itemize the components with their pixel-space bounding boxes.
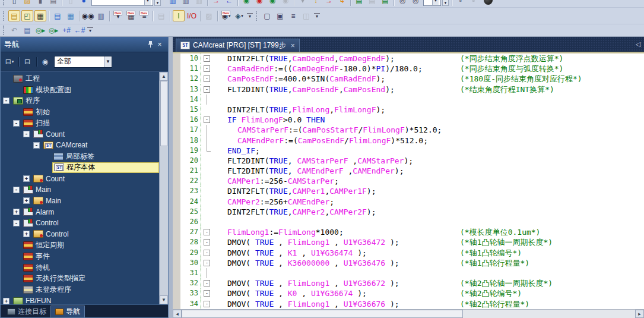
tree-filter-select[interactable]: 全部 ▼ [54, 56, 112, 68]
verify-icon[interactable]: ◉ [240, 0, 252, 6]
fold-collapse-icon[interactable]: - [201, 237, 213, 247]
fold-collapse-icon[interactable]: - [201, 84, 213, 95]
code-line-25[interactable]: 25DINT2FLT(TRUE,CAMPer2,CAMPer2F); [173, 207, 644, 217]
editor-hscroll-thumb[interactable] [182, 310, 463, 318]
fold-collapse-icon[interactable]: - [201, 288, 213, 298]
expand-icon[interactable]: + [23, 197, 30, 204]
zoom-in-icon[interactable]: ◎ [410, 0, 421, 6]
check-icon[interactable]: ▤ [379, 0, 391, 6]
code-line-22[interactable]: 22CAMPer1:=256-CAMStarPer; [173, 176, 644, 186]
device-batch-icon[interactable]: Dev≡ [138, 10, 150, 21]
collapse-icon[interactable]: - [33, 142, 40, 149]
new-file-icon[interactable]: ▯ [8, 0, 20, 6]
chevron-down-icon[interactable]: ▼ [144, 0, 151, 5]
zoom-combo[interactable]: ▼ [423, 0, 441, 6]
sync-icon[interactable]: ↳ [336, 0, 348, 6]
address-combo[interactable]: ▼ [91, 0, 153, 6]
pause-monitor-icon[interactable]: ◉ [280, 0, 291, 6]
code-line-21[interactable]: 21FLT2DINT(TRUE, CAMEndPerF ,CAMEndPer); [173, 166, 644, 176]
fold-collapse-icon[interactable]: - [201, 299, 213, 309]
project-tree-icon[interactable]: ▤ [8, 10, 20, 21]
download-icon[interactable]: ↓ [310, 0, 322, 6]
toolbar-overflow-icon[interactable]: ▾ [247, 13, 253, 19]
cascade-icon[interactable]: ▥ [193, 0, 205, 6]
device-find-icon[interactable]: Dev▾ [112, 10, 124, 21]
tree-item-main-2[interactable]: +Main [1, 196, 159, 207]
expand-icon[interactable]: + [3, 298, 9, 304]
spinner-icon[interactable]: ▲▼ [442, 0, 449, 6]
collapse-icon[interactable]: - [13, 187, 20, 193]
code-line-34[interactable]: 34-DMOV( TRUE , FlimLong1 , U1¥G36676 );… [173, 299, 644, 309]
code-line-32[interactable]: 32-DMOV( TRUE , FlimLong1 , U1¥G36672 );… [173, 278, 644, 288]
chevron-down-icon[interactable]: ▾ [241, 14, 243, 18]
tree-item-fb-fun[interactable]: +FB/FUN [1, 295, 159, 304]
print-icon[interactable]: ▤ [47, 0, 59, 6]
read-from-plc-icon[interactable]: ← [223, 0, 235, 6]
code-line-20[interactable]: 20FLT2DINT(TRUE, CAMStarPerF ,CAMStarPer… [173, 156, 644, 166]
collapse-all-icon[interactable]: ⊟▾ [4, 56, 15, 68]
scroll-left-icon[interactable]: ◂ [173, 310, 182, 318]
tree-scroll-track[interactable] [160, 81, 168, 295]
fold-collapse-icon[interactable]: - [201, 227, 213, 237]
program-list-icon[interactable]: ▤ [52, 10, 64, 21]
find-replace-icon[interactable]: ▥ [95, 10, 107, 21]
toolbar-overflow-icon[interactable]: ▾ [87, 27, 93, 33]
collapse-icon[interactable]: - [13, 120, 20, 127]
tree-item-control[interactable]: -Control [1, 218, 159, 229]
keyboard-entry-icon[interactable]: ▦ [65, 10, 77, 21]
panel-splitter[interactable] [169, 37, 173, 318]
undo-icon[interactable]: ↶ [8, 25, 20, 36]
expand-icon[interactable]: + [23, 175, 30, 182]
tree-item-scan[interactable]: -扫描 [1, 118, 159, 129]
tree-item-program-body[interactable]: ST程序本体 [1, 162, 159, 174]
tree-scroll-thumb[interactable] [160, 81, 167, 146]
fold-collapse-icon[interactable]: - [201, 53, 213, 64]
tree-item-event[interactable]: 事件 [1, 251, 159, 262]
panel-tab-connection[interactable]: 连接目标 [3, 306, 50, 317]
transfer-icon[interactable]: → [323, 0, 335, 6]
code-line-26[interactable]: 26 [173, 217, 644, 227]
code-line-16[interactable]: 16-IF FlimLongF>0.0 THEN [173, 115, 644, 125]
fold-collapse-icon[interactable]: - [201, 64, 213, 74]
toolbar-grip[interactable] [3, 26, 6, 35]
start-monitor-icon[interactable]: ◉ [267, 0, 278, 6]
collapse-icon[interactable]: - [3, 97, 9, 104]
code-line-23[interactable]: 23DINT2FLT(TRUE,CAMPer1,CAMPer1F); [173, 186, 644, 196]
rebuild-icon[interactable]: ▤ [366, 0, 378, 6]
fold-collapse-icon[interactable]: - [201, 248, 213, 258]
editor-tab-camcreat[interactable]: ST CAMcreat [PRG] [ST] 1799步 × [176, 39, 300, 52]
code-line-18[interactable]: 18CAMEndPerF:=(CamPosEndF/FlimLongF)*512… [173, 136, 644, 146]
expand-icon[interactable]: + [13, 209, 20, 215]
screen-color-icon[interactable]: ▫ [455, 0, 467, 6]
edit-mode-icon[interactable]: I [173, 10, 185, 21]
tab-scroll-left-icon[interactable]: ◁ [636, 40, 640, 48]
code-line-24[interactable]: 24CAMPer2:=256+CAMEndPer; [173, 197, 644, 207]
write-to-plc-icon[interactable]: → [210, 0, 222, 6]
scroll-down-icon[interactable]: ▼ [160, 295, 168, 304]
remove-line-number-icon[interactable]: ←# [74, 25, 85, 36]
code-line-27[interactable]: 27-FlimLong1:=FlimLong*1000;(*模长度单位0.1um… [173, 227, 644, 237]
tree-item-count[interactable]: -Count [1, 128, 159, 140]
collapse-item-icon[interactable]: ⊟ [21, 56, 33, 68]
toolbar-grip[interactable] [3, 11, 6, 21]
fold-collapse-icon[interactable]: - [201, 278, 213, 288]
add-line-number-icon[interactable]: +# [61, 25, 72, 36]
ladder-edit-icon[interactable]: ▨ [203, 10, 215, 21]
monitor-find-icon[interactable]: ◈▾ [233, 10, 245, 21]
run-window-icon[interactable]: ▣ [274, 10, 286, 21]
st-code-editor[interactable]: 10-DINT2FLT(TRUE,CamDegEnd,CamDegEndF);(… [173, 52, 644, 309]
open-project-icon[interactable]: ▨ [21, 0, 33, 6]
save-icon[interactable]: ▮ [34, 0, 46, 6]
connection-test-icon[interactable]: ◰ [21, 10, 33, 21]
editor-hscroll-track[interactable] [182, 310, 635, 318]
tree-item-control-2[interactable]: +Control [1, 229, 159, 240]
io-check-icon[interactable]: I/O [186, 10, 198, 21]
find-prev-result-icon[interactable]: ◎▸ [47, 25, 59, 36]
chevron-down-icon[interactable]: ▼ [432, 0, 439, 5]
tree-item-fixed-cycle[interactable]: 恒定周期 [1, 240, 159, 251]
toolbar-grip[interactable] [3, 0, 6, 5]
expand-icon[interactable]: + [23, 231, 30, 237]
toolbar-grip[interactable] [256, 11, 259, 21]
paste-icon[interactable]: ▯ [65, 0, 77, 6]
device-display-icon[interactable]: Dev◉▾ [220, 10, 232, 21]
